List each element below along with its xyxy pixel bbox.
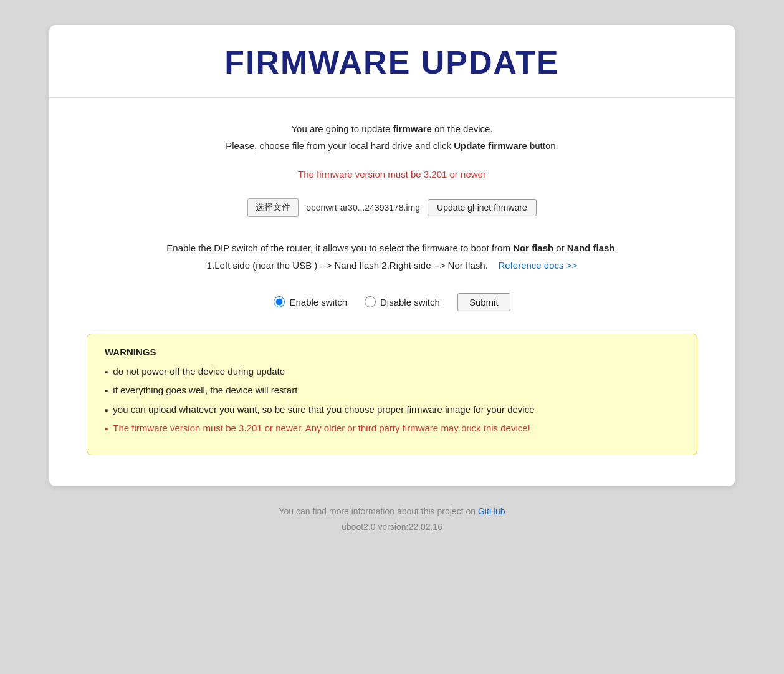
warning-item-1: if everything goes well, the device will… [105,383,679,398]
warning-item-3: The firmware version must be 3.201 or ne… [105,421,679,436]
enable-switch-label[interactable]: Enable switch [274,296,347,307]
version-warning-text: The firmware version must be 3.201 or ne… [87,169,697,180]
warnings-box: WARNINGS do not power off the device dur… [87,334,697,455]
intro-line1-plain: You are going to update [291,123,393,134]
main-card: FIRMWARE UPDATE You are going to update … [49,25,735,486]
file-name-display: openwrt-ar30...24393178.img [306,203,420,213]
disable-switch-label[interactable]: Disable switch [365,296,440,307]
reference-docs-link[interactable]: Reference docs >> [498,260,577,271]
enable-switch-radio[interactable] [274,296,285,307]
warnings-title: WARNINGS [105,347,679,357]
disable-switch-radio[interactable] [365,296,376,307]
file-upload-row: 选择文件 openwrt-ar30...24393178.img Update … [87,198,697,217]
title-section: FIRMWARE UPDATE [49,25,735,98]
intro-line2-end: button. [527,140,558,151]
footer-text: You can find more information about this… [279,506,478,516]
page-title: FIRMWARE UPDATE [74,44,710,81]
dip-bold-nand: Nand flash [567,243,615,253]
intro-line1-end: on the device. [432,123,493,134]
warning-item-2: you can upload whatever you want, so be … [105,403,679,418]
warning-item-0: do not power off the device during updat… [105,365,679,380]
dip-info-line2: 1.Left side (near the USB ) --> Nand fla… [207,260,488,271]
content-section: You are going to update firmware on the … [49,98,735,486]
dip-info-end: . [615,243,618,253]
radio-row: Enable switch Disable switch Submit [87,293,697,311]
submit-button[interactable]: Submit [457,293,510,311]
disable-switch-text: Disable switch [380,297,440,307]
file-choose-button[interactable]: 选择文件 [247,198,299,217]
footer-line1: You can find more information about this… [279,504,505,519]
dip-info-or: or [553,243,567,253]
enable-switch-text: Enable switch [289,297,347,307]
dip-info-line1-start: Enable the DIP switch of the router, it … [166,243,513,253]
update-firmware-button[interactable]: Update gl-inet firmware [428,199,537,216]
intro-line2-bold: Update firmware [454,140,527,151]
dip-switch-info: Enable the DIP switch of the router, it … [87,239,697,274]
intro-line1-bold: firmware [393,123,432,134]
footer-version: uboot2.0 version:22.02.16 [279,519,505,535]
github-link[interactable]: GitHub [478,506,505,516]
intro-text: You are going to update firmware on the … [87,120,697,154]
dip-bold-nor: Nor flash [513,243,553,253]
warnings-list: do not power off the device during updat… [105,365,679,436]
intro-line2-plain: Please, choose file from your local hard… [226,140,454,151]
footer: You can find more information about this… [279,504,505,535]
